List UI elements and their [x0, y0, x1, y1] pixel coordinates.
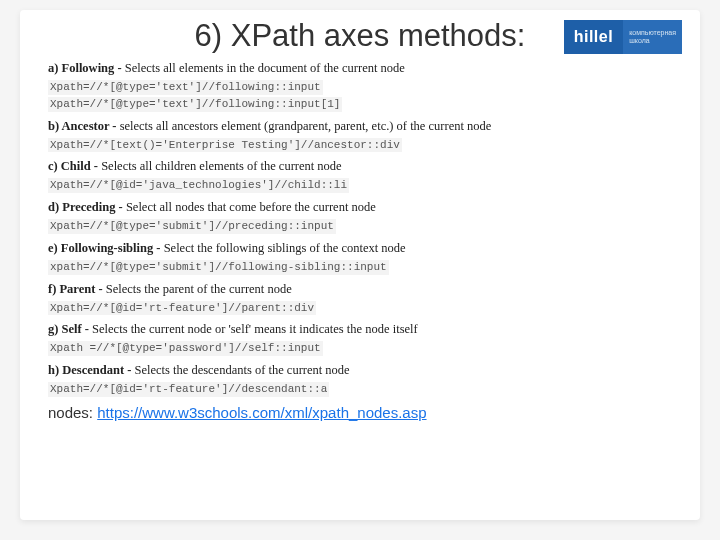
section-heading: h) Descendant - Selects the descendants … — [48, 362, 672, 379]
section-following-sibling: e) Following-sibling - Select the follow… — [48, 240, 672, 275]
section-heading: a) Following - Selects all elements in t… — [48, 60, 672, 77]
footer: nodes: https://www.w3schools.com/xml/xpa… — [48, 403, 672, 423]
section-parent: f) Parent - Selects the parent of the cu… — [48, 281, 672, 316]
section-desc: Select all nodes that come before the cu… — [126, 200, 376, 214]
code-block: Xpath=//*[@id='rt-feature']//parent::div — [48, 299, 672, 316]
section-heading: g) Self - Selects the current node or 's… — [48, 321, 672, 338]
section-child: c) Child - Selects all children elements… — [48, 158, 672, 193]
code-block: Xpath=//*[text()='Enterprise Testing']//… — [48, 136, 672, 153]
section-heading: c) Child - Selects all children elements… — [48, 158, 672, 175]
code-line: Xpath=//*[@id='rt-feature']//descendant:… — [48, 382, 329, 397]
section-desc: Select the following siblings of the con… — [164, 241, 406, 255]
header: 6) XPath axes methods: hillel компьютерн… — [48, 18, 672, 54]
footer-prefix: nodes: — [48, 404, 97, 421]
code-line: Xpath =//*[@type='password']//self::inpu… — [48, 341, 323, 356]
code-line: Xpath=//*[@type='text']//following::inpu… — [48, 97, 342, 112]
logo-sub-text: компьютерная школа — [623, 20, 682, 54]
code-block: xpath=//*[@type='submit']//following-sib… — [48, 258, 672, 275]
code-line: Xpath=//*[@id='rt-feature']//parent::div — [48, 301, 316, 316]
section-label: b) Ancestor - — [48, 119, 120, 133]
section-following: a) Following - Selects all elements in t… — [48, 60, 672, 112]
page-title: 6) XPath axes methods: — [195, 18, 526, 54]
section-desc: Selects the current node or 'self' means… — [92, 322, 418, 336]
section-heading: d) Preceding - Select all nodes that com… — [48, 199, 672, 216]
section-descendant: h) Descendant - Selects the descendants … — [48, 362, 672, 397]
section-desc: Selects all children elements of the cur… — [101, 159, 342, 173]
code-block: Xpath=//*[@type='text']//following::inpu… — [48, 78, 672, 112]
code-line: Xpath=//*[text()='Enterprise Testing']//… — [48, 138, 402, 153]
logo-sub-line1: компьютерная — [629, 29, 676, 37]
section-label: h) Descendant - — [48, 363, 134, 377]
section-label: d) Preceding - — [48, 200, 126, 214]
logo-sub-line2: школа — [629, 37, 676, 45]
section-desc: Selects the parent of the current node — [106, 282, 292, 296]
code-line: Xpath=//*[@id='java_technologies']//chil… — [48, 178, 349, 193]
section-self: g) Self - Selects the current node or 's… — [48, 321, 672, 356]
code-line: Xpath=//*[@type='text']//following::inpu… — [48, 80, 323, 95]
section-heading: e) Following-sibling - Select the follow… — [48, 240, 672, 257]
section-label: e) Following-sibling - — [48, 241, 164, 255]
section-preceding: d) Preceding - Select all nodes that com… — [48, 199, 672, 234]
code-line: xpath=//*[@type='submit']//following-sib… — [48, 260, 389, 275]
section-desc: Selects all elements in the document of … — [125, 61, 405, 75]
section-desc: selects all ancestors element (grandpare… — [120, 119, 492, 133]
content: a) Following - Selects all elements in t… — [48, 60, 672, 423]
section-label: a) Following - — [48, 61, 125, 75]
slide: 6) XPath axes methods: hillel компьютерн… — [20, 10, 700, 520]
code-block: Xpath=//*[@id='rt-feature']//descendant:… — [48, 380, 672, 397]
logo-main-text: hillel — [564, 20, 623, 54]
section-heading: f) Parent - Selects the parent of the cu… — [48, 281, 672, 298]
footer-link[interactable]: https://www.w3schools.com/xml/xpath_node… — [97, 404, 426, 421]
section-desc: Selects the descendants of the current n… — [134, 363, 349, 377]
section-ancestor: b) Ancestor - selects all ancestors elem… — [48, 118, 672, 153]
section-label: c) Child - — [48, 159, 101, 173]
code-block: Xpath =//*[@type='password']//self::inpu… — [48, 339, 672, 356]
code-block: Xpath=//*[@type='submit']//preceding::in… — [48, 217, 672, 234]
logo: hillel компьютерная школа — [564, 20, 682, 54]
code-line: Xpath=//*[@type='submit']//preceding::in… — [48, 219, 336, 234]
section-label: g) Self - — [48, 322, 92, 336]
code-block: Xpath=//*[@id='java_technologies']//chil… — [48, 176, 672, 193]
section-label: f) Parent - — [48, 282, 106, 296]
section-heading: b) Ancestor - selects all ancestors elem… — [48, 118, 672, 135]
